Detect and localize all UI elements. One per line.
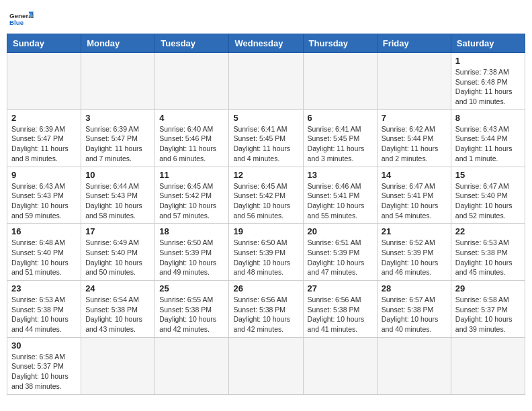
calendar-cell-empty [155, 337, 229, 394]
calendar-cell-2: 2Sunrise: 6:39 AM Sunset: 5:47 PM Daylig… [7, 109, 81, 167]
day-number: 28 [382, 283, 447, 293]
calendar-cell-25: 25Sunrise: 6:55 AM Sunset: 5:38 PM Dayli… [155, 281, 229, 338]
calendar-cell-10: 10Sunrise: 6:44 AM Sunset: 5:43 PM Dayli… [81, 167, 155, 224]
calendar-cell-empty [377, 53, 451, 110]
calendar-cell-15: 15Sunrise: 6:47 AM Sunset: 5:40 PM Dayli… [451, 167, 525, 224]
calendar-cell-28: 28Sunrise: 6:57 AM Sunset: 5:38 PM Dayli… [377, 281, 451, 338]
day-info: Sunrise: 6:48 AM Sunset: 5:40 PM Dayligh… [11, 238, 77, 277]
day-number: 10 [85, 170, 150, 180]
day-number: 14 [382, 170, 447, 180]
day-info: Sunrise: 6:44 AM Sunset: 5:43 PM Dayligh… [85, 181, 150, 221]
calendar-cell-26: 26Sunrise: 6:56 AM Sunset: 5:38 PM Dayli… [229, 281, 303, 338]
calendar-cell-1: 1Sunrise: 7:38 AM Sunset: 6:48 PM Daylig… [451, 53, 525, 110]
day-number: 2 [11, 113, 77, 123]
day-info: Sunrise: 6:39 AM Sunset: 5:47 PM Dayligh… [85, 124, 150, 164]
calendar-cell-empty [303, 337, 377, 394]
calendar-cell-empty [377, 337, 451, 394]
day-info: Sunrise: 6:42 AM Sunset: 5:44 PM Dayligh… [382, 124, 447, 164]
day-info: Sunrise: 6:53 AM Sunset: 5:38 PM Dayligh… [455, 238, 521, 277]
day-info: Sunrise: 6:49 AM Sunset: 5:40 PM Dayligh… [85, 238, 150, 277]
calendar-week-row-4: 16Sunrise: 6:48 AM Sunset: 5:40 PM Dayli… [7, 224, 525, 281]
calendar-cell-5: 5Sunrise: 6:41 AM Sunset: 5:45 PM Daylig… [229, 109, 303, 167]
logo: General Blue [9, 9, 34, 28]
day-info: Sunrise: 6:45 AM Sunset: 5:42 PM Dayligh… [159, 181, 224, 221]
day-info: Sunrise: 6:56 AM Sunset: 5:38 PM Dayligh… [233, 295, 298, 334]
calendar-week-row-5: 23Sunrise: 6:53 AM Sunset: 5:38 PM Dayli… [7, 281, 525, 338]
day-info: Sunrise: 6:50 AM Sunset: 5:39 PM Dayligh… [159, 238, 224, 277]
calendar-cell-29: 29Sunrise: 6:58 AM Sunset: 5:37 PM Dayli… [451, 281, 525, 338]
day-number: 18 [159, 226, 224, 236]
day-info: Sunrise: 6:52 AM Sunset: 5:39 PM Dayligh… [382, 238, 447, 277]
day-number: 25 [159, 283, 224, 293]
calendar-cell-empty [229, 53, 303, 110]
calendar-cell-16: 16Sunrise: 6:48 AM Sunset: 5:40 PM Dayli… [7, 224, 81, 281]
day-number: 24 [85, 283, 150, 293]
calendar-cell-empty [7, 53, 81, 110]
day-info: Sunrise: 6:54 AM Sunset: 5:38 PM Dayligh… [85, 295, 150, 334]
day-info: Sunrise: 6:47 AM Sunset: 5:40 PM Dayligh… [455, 181, 521, 221]
calendar-cell-empty [81, 337, 155, 394]
day-number: 15 [455, 170, 521, 180]
day-number: 3 [85, 113, 150, 123]
day-info: Sunrise: 6:51 AM Sunset: 5:39 PM Dayligh… [308, 238, 373, 277]
weekday-header-thursday: Thursday [303, 34, 377, 53]
calendar-cell-13: 13Sunrise: 6:46 AM Sunset: 5:41 PM Dayli… [303, 167, 377, 224]
calendar-cell-12: 12Sunrise: 6:45 AM Sunset: 5:42 PM Dayli… [229, 167, 303, 224]
weekday-header-sunday: Sunday [7, 34, 81, 53]
day-info: Sunrise: 6:50 AM Sunset: 5:39 PM Dayligh… [233, 238, 298, 277]
day-info: Sunrise: 6:47 AM Sunset: 5:41 PM Dayligh… [382, 181, 447, 221]
calendar-week-row-6: 30Sunrise: 6:58 AM Sunset: 5:37 PM Dayli… [7, 337, 525, 394]
day-info: Sunrise: 6:40 AM Sunset: 5:46 PM Dayligh… [159, 124, 224, 164]
header: General Blue [7, 7, 525, 28]
day-info: Sunrise: 6:55 AM Sunset: 5:38 PM Dayligh… [159, 295, 224, 334]
day-info: Sunrise: 6:56 AM Sunset: 5:38 PM Dayligh… [308, 295, 373, 334]
calendar-cell-empty [451, 337, 525, 394]
weekday-header-saturday: Saturday [451, 34, 525, 53]
day-number: 26 [233, 283, 298, 293]
calendar-cell-20: 20Sunrise: 6:51 AM Sunset: 5:39 PM Dayli… [303, 224, 377, 281]
calendar-cell-23: 23Sunrise: 6:53 AM Sunset: 5:38 PM Dayli… [7, 281, 81, 338]
day-number: 1 [455, 56, 521, 66]
day-number: 20 [308, 226, 373, 236]
day-info: Sunrise: 7:38 AM Sunset: 6:48 PM Dayligh… [455, 67, 521, 107]
day-number: 22 [455, 226, 521, 236]
calendar-cell-27: 27Sunrise: 6:56 AM Sunset: 5:38 PM Dayli… [303, 281, 377, 338]
calendar-cell-19: 19Sunrise: 6:50 AM Sunset: 5:39 PM Dayli… [229, 224, 303, 281]
day-number: 17 [85, 226, 150, 236]
day-number: 19 [233, 226, 298, 236]
svg-text:Blue: Blue [9, 19, 24, 26]
weekday-header-tuesday: Tuesday [155, 34, 229, 53]
calendar-cell-21: 21Sunrise: 6:52 AM Sunset: 5:39 PM Dayli… [377, 224, 451, 281]
calendar-cell-empty [155, 53, 229, 110]
day-number: 29 [455, 283, 521, 293]
weekday-header-wednesday: Wednesday [229, 34, 303, 53]
calendar-cell-empty [229, 337, 303, 394]
calendar-cell-6: 6Sunrise: 6:41 AM Sunset: 5:45 PM Daylig… [303, 109, 377, 167]
calendar-cell-14: 14Sunrise: 6:47 AM Sunset: 5:41 PM Dayli… [377, 167, 451, 224]
day-number: 13 [308, 170, 373, 180]
day-info: Sunrise: 6:57 AM Sunset: 5:38 PM Dayligh… [382, 295, 447, 334]
day-info: Sunrise: 6:41 AM Sunset: 5:45 PM Dayligh… [233, 124, 298, 164]
calendar-cell-17: 17Sunrise: 6:49 AM Sunset: 5:40 PM Dayli… [81, 224, 155, 281]
day-number: 5 [233, 113, 298, 123]
calendar-cell-3: 3Sunrise: 6:39 AM Sunset: 5:47 PM Daylig… [81, 109, 155, 167]
day-number: 16 [11, 226, 77, 236]
weekday-header-friday: Friday [377, 34, 451, 53]
weekday-header-monday: Monday [81, 34, 155, 53]
calendar-table: SundayMondayTuesdayWednesdayThursdayFrid… [7, 34, 525, 395]
calendar-cell-18: 18Sunrise: 6:50 AM Sunset: 5:39 PM Dayli… [155, 224, 229, 281]
day-info: Sunrise: 6:45 AM Sunset: 5:42 PM Dayligh… [233, 181, 298, 221]
calendar-cell-30: 30Sunrise: 6:58 AM Sunset: 5:37 PM Dayli… [7, 337, 81, 394]
weekday-header-row: SundayMondayTuesdayWednesdayThursdayFrid… [7, 34, 525, 53]
day-number: 27 [308, 283, 373, 293]
calendar-cell-4: 4Sunrise: 6:40 AM Sunset: 5:46 PM Daylig… [155, 109, 229, 167]
day-number: 11 [159, 170, 224, 180]
calendar-cell-empty [81, 53, 155, 110]
calendar-cell-9: 9Sunrise: 6:43 AM Sunset: 5:43 PM Daylig… [7, 167, 81, 224]
day-info: Sunrise: 6:41 AM Sunset: 5:45 PM Dayligh… [308, 124, 373, 164]
day-number: 12 [233, 170, 298, 180]
day-info: Sunrise: 6:39 AM Sunset: 5:47 PM Dayligh… [11, 124, 77, 164]
calendar-cell-empty [303, 53, 377, 110]
day-info: Sunrise: 6:43 AM Sunset: 5:44 PM Dayligh… [455, 124, 521, 164]
calendar-cell-24: 24Sunrise: 6:54 AM Sunset: 5:38 PM Dayli… [81, 281, 155, 338]
